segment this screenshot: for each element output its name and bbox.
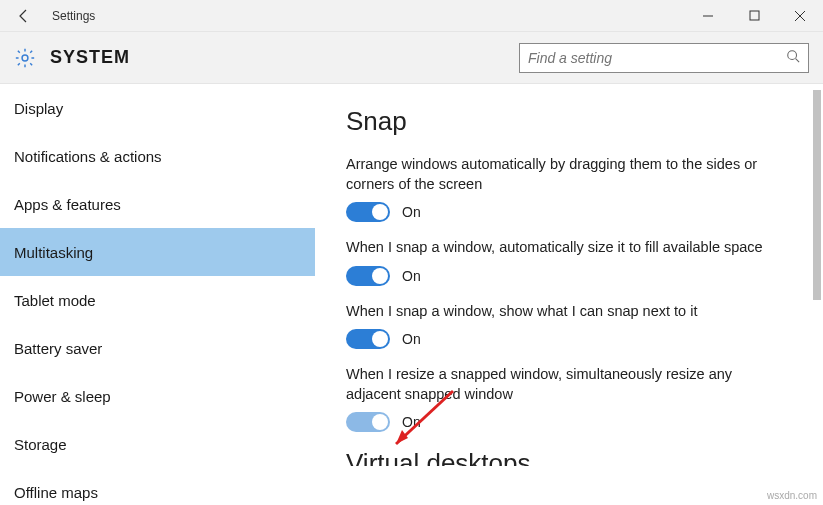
sidebar-item-tablet[interactable]: Tablet mode — [0, 276, 315, 324]
toggle-state: On — [402, 414, 421, 430]
svg-rect-1 — [750, 11, 759, 20]
svg-point-5 — [788, 50, 797, 59]
sidebar-item-apps[interactable]: Apps & features — [0, 180, 315, 228]
sidebar-item-multitasking[interactable]: Multitasking — [0, 228, 315, 276]
close-button[interactable] — [777, 0, 823, 32]
search-box[interactable] — [519, 43, 809, 73]
toggle-state: On — [402, 268, 421, 284]
sidebar-item-label: Power & sleep — [14, 388, 111, 405]
toggle-arrange-windows[interactable] — [346, 202, 390, 222]
setting-arrange-windows: Arrange windows automatically by draggin… — [346, 155, 793, 222]
setting-label: When I snap a window, show what I can sn… — [346, 302, 786, 322]
setting-snap-assist: When I snap a window, show what I can sn… — [346, 302, 793, 350]
sidebar-item-power[interactable]: Power & sleep — [0, 372, 315, 420]
content-pane: Snap Arrange windows automatically by dr… — [316, 84, 823, 505]
setting-label: When I resize a snapped window, simultan… — [346, 365, 786, 404]
page-title: SYSTEM — [50, 47, 130, 68]
sidebar-item-display[interactable]: Display — [0, 84, 315, 132]
sidebar-item-label: Storage — [14, 436, 67, 453]
scrollbar[interactable] — [813, 90, 821, 300]
toggle-auto-size[interactable] — [346, 266, 390, 286]
sidebar-item-label: Offline maps — [14, 484, 98, 501]
toggle-state: On — [402, 204, 421, 220]
back-button[interactable] — [0, 0, 48, 32]
setting-label: Arrange windows automatically by draggin… — [346, 155, 786, 194]
header: SYSTEM — [0, 32, 823, 84]
setting-resize-adjacent: When I resize a snapped window, simultan… — [346, 365, 793, 432]
section-heading-snap: Snap — [346, 106, 793, 137]
sidebar-item-label: Display — [14, 100, 63, 117]
maximize-button[interactable] — [731, 0, 777, 32]
toggle-resize-adjacent[interactable] — [346, 412, 390, 432]
sidebar-item-battery[interactable]: Battery saver — [0, 324, 315, 372]
minimize-button[interactable] — [685, 0, 731, 32]
sidebar-item-notifications[interactable]: Notifications & actions — [0, 132, 315, 180]
search-input[interactable] — [528, 50, 786, 66]
sidebar-item-offline-maps[interactable]: Offline maps — [0, 468, 315, 505]
setting-label: When I snap a window, automatically size… — [346, 238, 786, 258]
watermark: wsxdn.com — [767, 490, 817, 501]
sidebar-item-label: Multitasking — [14, 244, 93, 261]
setting-auto-size: When I snap a window, automatically size… — [346, 238, 793, 286]
sidebar-item-storage[interactable]: Storage — [0, 420, 315, 468]
toggle-state: On — [402, 331, 421, 347]
titlebar: Settings — [0, 0, 823, 32]
sidebar-item-label: Tablet mode — [14, 292, 96, 309]
section-heading-virtual-desktops: Virtual desktops — [346, 448, 793, 466]
sidebar: Display Notifications & actions Apps & f… — [0, 84, 316, 505]
gear-icon — [14, 47, 36, 69]
sidebar-item-label: Battery saver — [14, 340, 102, 357]
sidebar-item-label: Apps & features — [14, 196, 121, 213]
toggle-snap-assist[interactable] — [346, 329, 390, 349]
svg-point-4 — [22, 55, 28, 61]
sidebar-item-label: Notifications & actions — [14, 148, 162, 165]
search-icon — [786, 49, 800, 67]
window-title: Settings — [48, 9, 95, 23]
svg-line-6 — [796, 58, 800, 62]
